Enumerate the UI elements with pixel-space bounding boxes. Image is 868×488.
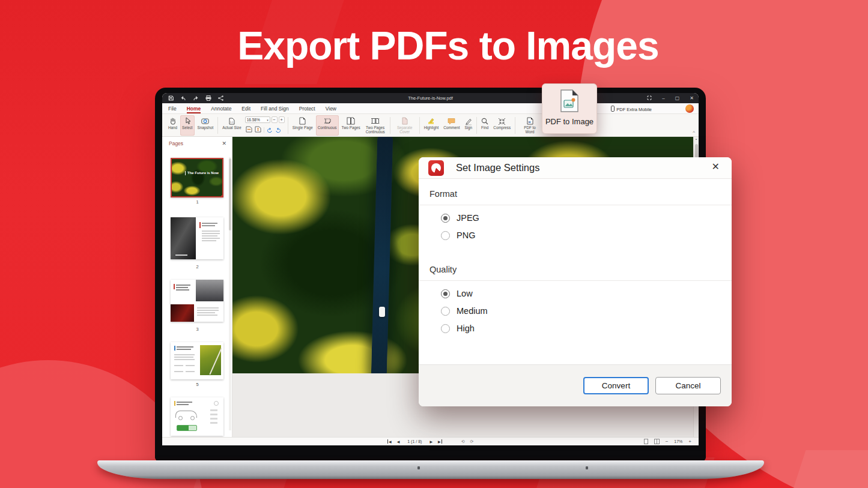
pdf-extra-logo-icon [428, 160, 444, 176]
highlighter-icon [427, 116, 435, 125]
quality-option-medium[interactable]: Medium [441, 306, 732, 316]
statusbar: ◀ ◀ 1 (1 / 8) ▶ ▶ ⟲ ⟳ − 17% + [162, 437, 699, 445]
share-icon[interactable] [218, 95, 223, 101]
rotate-page-right-icon[interactable]: ⟳ [470, 439, 474, 444]
page-thumbnail-5[interactable] [171, 342, 223, 379]
dialog-title: Set Image Settings [456, 162, 539, 173]
next-page-button[interactable]: ▶ [429, 439, 432, 444]
sidebar-scrollbar[interactable] [229, 157, 231, 430]
last-page-button[interactable]: ▶ [438, 439, 442, 444]
fit-page-icon[interactable] [255, 124, 261, 135]
page-number: 2 [162, 264, 232, 270]
minimize-button[interactable]: – [662, 96, 664, 101]
laptop-base [97, 460, 764, 479]
page-number: 5 [162, 382, 232, 387]
cursor-icon [184, 116, 190, 125]
cancel-button[interactable]: Cancel [655, 377, 721, 394]
fit-width-icon[interactable] [246, 124, 252, 135]
separate-cover-button[interactable]: Separate Cover [393, 115, 417, 136]
expand-icon[interactable] [647, 95, 652, 101]
page-thumbnail-3[interactable] [171, 280, 223, 322]
page-thumbnail-1[interactable]: The Future is Now [171, 158, 223, 197]
menu-fill-and-sign[interactable]: Fill and Sign [261, 106, 289, 112]
single-page-view-icon[interactable] [644, 439, 648, 444]
highlight-button[interactable]: Highlight [422, 115, 441, 136]
comment-button[interactable]: Comment [442, 115, 461, 136]
close-button[interactable]: ✕ [690, 96, 694, 101]
rotate-right-icon[interactable] [275, 124, 281, 135]
single-page-button[interactable]: Single Page [291, 115, 315, 136]
previous-page-button[interactable]: ◀ [397, 439, 400, 444]
zoom-control-group: 16.58% ▾ − + [245, 116, 285, 136]
zoom-value-dropdown[interactable]: 16.58% ▾ [245, 116, 270, 123]
page-thumbnail-6[interactable] [171, 397, 223, 436]
zoom-in-button[interactable]: + [279, 116, 285, 123]
dialog-footer: Convert Cancel [419, 364, 732, 406]
undo-icon[interactable] [180, 96, 186, 101]
radio-jpeg[interactable] [441, 214, 450, 223]
menu-view[interactable]: View [326, 106, 336, 112]
quality-option-high[interactable]: High [441, 324, 732, 333]
menu-home[interactable]: Home [187, 106, 201, 113]
pdf-to-word-icon: w [527, 116, 533, 125]
page-thumbnail-2[interactable] [171, 217, 223, 259]
redo-icon[interactable] [193, 96, 199, 101]
rotate-left-icon[interactable] [267, 124, 273, 135]
hand-tool-button[interactable]: Hand [166, 115, 179, 136]
facing-page-view-icon[interactable] [654, 439, 660, 444]
background-streak [792, 450, 868, 488]
radio-png[interactable] [441, 231, 450, 240]
pdf-extra-mobile-link[interactable]: PDF Extra Mobile [611, 106, 652, 113]
find-button[interactable]: Find [479, 115, 490, 136]
quality-option-low[interactable]: Low [441, 289, 732, 298]
radio-medium[interactable] [441, 307, 450, 316]
convert-button[interactable]: Convert [583, 377, 649, 394]
hero-title: Export PDFs to Images [237, 23, 659, 68]
save-icon[interactable] [168, 95, 174, 101]
document-title: The-Future-is-Now.pdf [408, 95, 453, 101]
compress-button[interactable]: Compress [491, 115, 512, 136]
compress-icon [498, 116, 506, 125]
actual-size-button[interactable]: 1:1 Actual Size [220, 115, 243, 136]
radio-low[interactable] [441, 289, 450, 298]
pen-icon [465, 116, 472, 125]
two-pages-continuous-icon [371, 116, 380, 125]
status-zoom-in-button[interactable]: + [688, 439, 691, 444]
menu-file[interactable]: File [168, 106, 177, 112]
ribbon-toolbar: Hand Select Snapshot 1:1 Actual Size 16.… [162, 114, 699, 137]
phone-icon [611, 106, 615, 113]
menu-annotate[interactable]: Annotate [211, 106, 231, 112]
format-option-png[interactable]: PNG [441, 230, 732, 240]
user-avatar[interactable] [685, 104, 694, 113]
svg-text:1:1: 1:1 [230, 121, 234, 124]
select-tool-button[interactable]: Select [180, 115, 195, 136]
pdf-to-image-callout[interactable]: PDF to Image [542, 83, 597, 134]
two-pages-button[interactable]: Two Pages [340, 115, 362, 136]
zoom-out-button[interactable]: − [272, 116, 278, 123]
page-indicator[interactable]: 1 (1 / 8) [407, 439, 422, 444]
page-number: 1 [162, 199, 232, 205]
dialog-close-icon[interactable]: ✕ [712, 162, 720, 172]
two-pages-continuous-button[interactable]: Two Pages Continuous [363, 115, 387, 136]
first-page-button[interactable]: ◀ [387, 439, 392, 444]
search-icon [481, 116, 488, 125]
close-pages-panel-icon[interactable]: ✕ [222, 140, 226, 146]
format-option-jpeg[interactable]: JPEG [441, 213, 732, 223]
scroll-up-arrow[interactable]: ▲ [694, 137, 699, 140]
status-zoom-level[interactable]: 17% [674, 439, 682, 444]
status-zoom-out-button[interactable]: − [666, 439, 669, 444]
snapshot-button[interactable]: Snapshot [196, 115, 216, 136]
two-pages-icon [347, 116, 355, 125]
menu-edit[interactable]: Edit [241, 106, 250, 112]
sign-button[interactable]: Sign [463, 115, 474, 136]
print-icon[interactable] [205, 95, 211, 101]
rotate-page-left-icon[interactable]: ⟲ [461, 439, 465, 444]
pdf-to-word-button[interactable]: w PDF to Word [518, 115, 542, 136]
pdf-to-image-icon [560, 89, 579, 115]
menu-protect[interactable]: Protect [299, 106, 315, 112]
continuous-view-button[interactable]: Continuous [316, 115, 339, 136]
collapse-ribbon-chevron[interactable]: ^ [693, 130, 695, 135]
svg-text:w: w [527, 120, 530, 124]
maximize-button[interactable]: ▢ [675, 96, 680, 101]
radio-high[interactable] [441, 324, 450, 333]
